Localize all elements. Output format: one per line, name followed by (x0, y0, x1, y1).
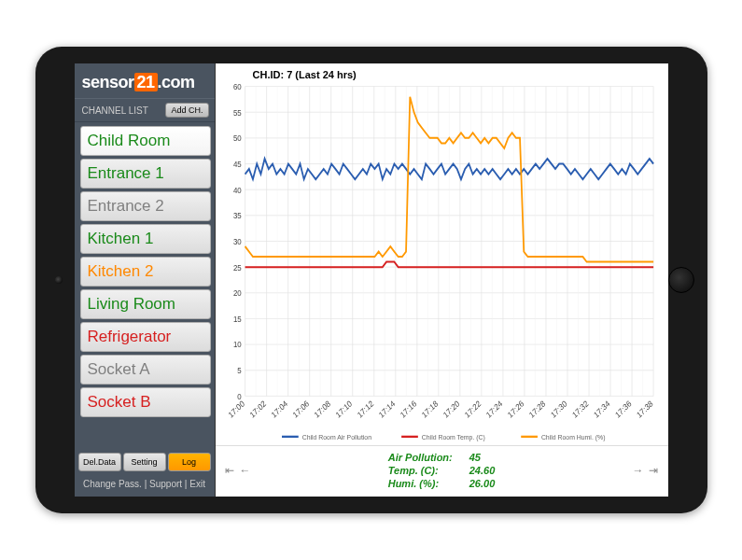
bottom-bar: ⇤ ← Air Pollution: 45 Temp. (C): 24.60 H… (216, 445, 668, 497)
log-button[interactable]: Log (168, 453, 211, 471)
svg-text:17:12: 17:12 (355, 399, 374, 420)
svg-text:35: 35 (232, 211, 241, 221)
channel-item[interactable]: Living Room (80, 289, 211, 319)
svg-text:60: 60 (232, 82, 241, 91)
svg-text:17:32: 17:32 (570, 399, 590, 420)
svg-text:17:10: 17:10 (333, 399, 353, 420)
logo-box: 21 (134, 73, 158, 91)
logo-suffix: .com (158, 73, 195, 91)
svg-text:5: 5 (237, 366, 242, 376)
svg-text:10: 10 (232, 340, 241, 350)
footer-sep-1: | (142, 479, 149, 489)
svg-text:20: 20 (232, 288, 241, 299)
svg-text:17:02: 17:02 (247, 399, 267, 420)
chart-svg: 05101520253035404550556017:0017:0217:041… (219, 82, 661, 445)
chart-area: 05101520253035404550556017:0017:0217:041… (219, 82, 661, 445)
support-link[interactable]: Support (149, 479, 182, 489)
app-logo: sensor21.com (75, 63, 215, 98)
channel-item[interactable]: Socket A (80, 355, 211, 385)
svg-text:17:36: 17:36 (613, 399, 633, 420)
channel-item[interactable]: Socket B (80, 387, 211, 417)
change-password-link[interactable]: Change Pass. (83, 479, 142, 489)
svg-text:17:22: 17:22 (463, 399, 483, 420)
air-pollution-label: Air Pollution: (388, 452, 453, 463)
svg-text:17:38: 17:38 (635, 399, 654, 420)
channel-item[interactable]: Kitchen 1 (80, 224, 211, 254)
svg-text:17:16: 17:16 (398, 399, 417, 420)
svg-text:17:00: 17:00 (226, 399, 245, 420)
setting-button[interactable]: Setting (123, 453, 166, 471)
channel-item[interactable]: Kitchen 2 (80, 257, 211, 287)
logo-prefix: sensor (82, 73, 134, 91)
exit-link[interactable]: Exit (189, 479, 205, 489)
air-pollution-value: 45 (469, 452, 496, 463)
svg-text:50: 50 (232, 133, 241, 144)
svg-text:Child Room Air Pollution: Child Room Air Pollution (301, 433, 371, 442)
humidity-label: Humi. (%): (388, 478, 453, 489)
channel-item[interactable]: Entrance 2 (80, 191, 211, 221)
svg-text:17:24: 17:24 (484, 399, 504, 420)
svg-text:17:34: 17:34 (592, 399, 611, 420)
channel-list-label: CHANNEL LIST (82, 105, 148, 116)
svg-text:17:28: 17:28 (527, 399, 547, 420)
add-channel-button[interactable]: Add CH. (165, 103, 208, 118)
svg-text:17:30: 17:30 (549, 399, 568, 420)
channel-item[interactable]: Refrigerator (80, 322, 211, 352)
readings: Air Pollution: 45 Temp. (C): 24.60 Humi.… (388, 452, 496, 489)
svg-text:Child Room Temp. (C): Child Room Temp. (C) (421, 433, 485, 442)
delete-data-button[interactable]: Del.Data (78, 453, 121, 471)
tablet-frame: sensor21.com CHANNEL LIST Add CH. Child … (35, 47, 707, 513)
nav-prev-icon[interactable]: ← (240, 464, 251, 477)
sidebar: sensor21.com CHANNEL LIST Add CH. Child … (75, 63, 215, 497)
svg-text:17:18: 17:18 (419, 399, 439, 420)
channel-item[interactable]: Entrance 1 (80, 159, 211, 189)
svg-text:55: 55 (232, 107, 241, 118)
main-panel: CH.ID: 7 (Last 24 hrs) 05101520253035404… (215, 63, 668, 497)
sidebar-button-row: Del.Data Setting Log (75, 449, 215, 475)
svg-text:25: 25 (232, 262, 241, 273)
nav-last-icon[interactable]: ⇥ (649, 464, 658, 477)
svg-text:17:14: 17:14 (376, 399, 396, 420)
humidity-value: 26.00 (469, 478, 496, 489)
nav-next-icon[interactable]: → (632, 464, 643, 477)
temperature-value: 24.60 (469, 465, 496, 476)
app-screen: sensor21.com CHANNEL LIST Add CH. Child … (75, 63, 668, 497)
nav-right: → ⇥ (632, 464, 658, 477)
svg-text:17:06: 17:06 (290, 399, 310, 420)
footer-links: Change Pass. | Support | Exit (75, 475, 215, 497)
svg-text:17:04: 17:04 (269, 399, 288, 420)
svg-text:17:26: 17:26 (506, 399, 525, 420)
temperature-label: Temp. (C): (388, 465, 453, 476)
nav-left: ⇤ ← (225, 464, 251, 477)
tablet-camera (55, 276, 63, 284)
chart-title: CH.ID: 7 (Last 24 hrs) (216, 63, 668, 82)
svg-text:15: 15 (232, 314, 241, 324)
channel-list-header: CHANNEL LIST Add CH. (75, 98, 215, 122)
tablet-home-button[interactable] (668, 267, 694, 293)
nav-first-icon[interactable]: ⇤ (225, 464, 234, 477)
channel-item[interactable]: Child Room (80, 126, 211, 156)
svg-text:Child Room Humi. (%): Child Room Humi. (%) (540, 433, 605, 442)
svg-text:30: 30 (232, 236, 241, 246)
svg-text:17:08: 17:08 (312, 399, 331, 420)
svg-text:40: 40 (232, 185, 241, 195)
channel-list: Child RoomEntrance 1Entrance 2Kitchen 1K… (75, 122, 215, 449)
svg-text:17:20: 17:20 (441, 399, 461, 420)
svg-text:45: 45 (232, 159, 241, 169)
